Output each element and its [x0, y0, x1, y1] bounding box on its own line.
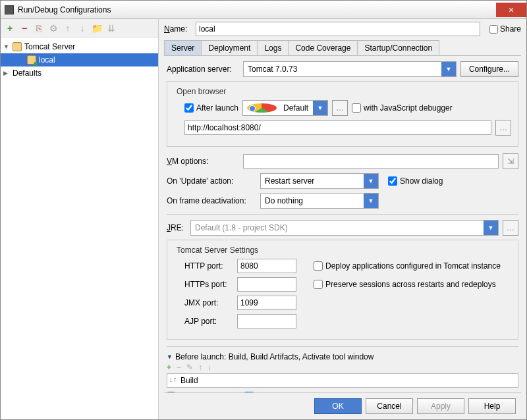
close-button[interactable]: ×	[496, 3, 526, 17]
deploy-tomcat-checkbox[interactable]: Deploy applications configured in Tomcat…	[314, 261, 501, 271]
configure-button[interactable]: Configure...	[460, 61, 518, 77]
show-dialog-checkbox[interactable]: Show dialog	[388, 176, 443, 186]
url-input[interactable]	[184, 120, 491, 135]
tab-startup-connection[interactable]: Startup/Connection	[357, 40, 439, 55]
before-launch-list-item[interactable]: Build	[167, 373, 518, 388]
preserve-sessions-checkbox[interactable]: Preserve sessions across restarts and re…	[314, 280, 496, 289]
tomcat-local-icon	[27, 55, 36, 65]
https-port-label: HTTPs port:	[184, 280, 233, 289]
chevron-down-icon[interactable]: ▼	[3, 43, 10, 50]
tab-logs[interactable]: Logs	[257, 40, 289, 55]
ok-button[interactable]: OK	[314, 398, 362, 414]
browser-select[interactable]: Default ▼	[242, 100, 328, 116]
tab-code-coverage[interactable]: Code Coverage	[288, 40, 358, 55]
dialog-footer: OK Cancel Apply Help	[164, 392, 521, 419]
vm-options-input[interactable]	[243, 154, 499, 169]
app-server-label: Application server:	[167, 65, 239, 74]
browse-button[interactable]: …	[332, 100, 348, 116]
folder-icon[interactable]: 📁	[92, 23, 102, 34]
on-update-select[interactable]: Restart server ▼	[260, 173, 379, 189]
chevron-down-icon[interactable]: ▼	[484, 221, 498, 235]
tree-label: Tomcat Server	[24, 42, 75, 51]
tab-server[interactable]: Server	[164, 40, 202, 55]
expand-button[interactable]: ⇲	[503, 153, 518, 169]
on-frame-label: On frame deactivation:	[167, 196, 256, 205]
chevron-down-icon[interactable]: ▼	[167, 354, 173, 360]
sidebar-toolbar: + − ⎘ ⚙ ↑ ↓ 📁 ⇊	[1, 19, 158, 38]
tomcat-icon	[13, 42, 22, 51]
open-browser-title: Open browser	[174, 87, 229, 96]
move-up-icon[interactable]: ↑	[63, 23, 73, 34]
browse-button[interactable]: …	[495, 120, 511, 136]
https-port-input[interactable]	[237, 277, 296, 292]
chevron-down-icon[interactable]: ▼	[364, 174, 378, 188]
chevron-down-icon[interactable]: ▼	[364, 194, 378, 208]
http-port-input[interactable]	[237, 259, 296, 273]
config-tree: ▼ Tomcat Server local ▶ Defaults	[1, 38, 158, 419]
build-icon	[170, 377, 178, 384]
move-down-icon[interactable]: ↓	[208, 363, 211, 372]
chevron-down-icon[interactable]: ▼	[313, 101, 327, 115]
browse-button[interactable]: …	[503, 220, 518, 236]
ajp-port-input[interactable]	[237, 314, 296, 328]
chrome-icon	[247, 103, 277, 113]
tree-node-defaults[interactable]: ▶ Defaults	[1, 66, 158, 80]
on-frame-select[interactable]: Do nothing ▼	[260, 193, 379, 209]
tomcat-settings-title: Tomcat Server Settings	[174, 246, 261, 255]
add-icon[interactable]: +	[167, 363, 171, 372]
name-input[interactable]	[196, 22, 480, 36]
share-checkbox[interactable]: Share	[489, 24, 521, 34]
after-launch-checkbox[interactable]: After launch	[184, 103, 238, 113]
titlebar: Run/Debug Configurations ×	[1, 1, 526, 19]
chevron-right-icon[interactable]: ▶	[3, 70, 10, 76]
jmx-port-input[interactable]	[237, 296, 296, 310]
add-icon[interactable]: +	[5, 23, 15, 34]
app-icon	[5, 5, 14, 14]
apply-button[interactable]: Apply	[417, 398, 464, 414]
on-update-label: On 'Update' action:	[167, 176, 256, 186]
tree-node-local[interactable]: local	[1, 53, 158, 66]
move-up-icon[interactable]: ↑	[198, 363, 202, 372]
tree-label: Defaults	[13, 68, 42, 78]
settings-icon[interactable]: ⚙	[48, 23, 59, 34]
jmx-port-label: JMX port:	[184, 298, 233, 307]
cancel-button[interactable]: Cancel	[366, 398, 413, 414]
remove-icon[interactable]: −	[19, 23, 30, 34]
http-port-label: HTTP port:	[184, 261, 233, 271]
tree-node-tomcat-server[interactable]: ▼ Tomcat Server	[1, 40, 158, 53]
tab-deployment[interactable]: Deployment	[201, 40, 258, 55]
jre-select[interactable]: Default (1.8 - project SDK) ▼	[190, 220, 499, 236]
before-launch-header[interactable]: ▼ Before launch: Build, Build Artifacts,…	[167, 352, 518, 361]
copy-icon[interactable]: ⎘	[34, 23, 44, 34]
chevron-down-icon[interactable]: ▼	[441, 62, 456, 76]
collapse-icon[interactable]: ⇊	[106, 23, 117, 34]
remove-icon[interactable]: −	[177, 363, 181, 372]
window-title: Run/Debug Configurations	[18, 5, 111, 14]
name-label: Name:	[164, 24, 192, 34]
ajp-port-label: AJP port:	[184, 317, 233, 326]
tab-bar: Server Deployment Logs Code Coverage Sta…	[164, 40, 521, 56]
move-down-icon[interactable]: ↓	[77, 23, 88, 34]
edit-icon[interactable]: ✎	[186, 363, 193, 372]
vm-options-label: VM options:	[167, 157, 239, 166]
jre-label: JRE:	[167, 223, 186, 232]
help-button[interactable]: Help	[468, 398, 516, 414]
app-server-select[interactable]: Tomcat 7.0.73 ▼	[243, 61, 457, 77]
tree-label: local	[39, 55, 55, 65]
js-debugger-checkbox[interactable]: with JavaScript debugger	[352, 103, 453, 113]
